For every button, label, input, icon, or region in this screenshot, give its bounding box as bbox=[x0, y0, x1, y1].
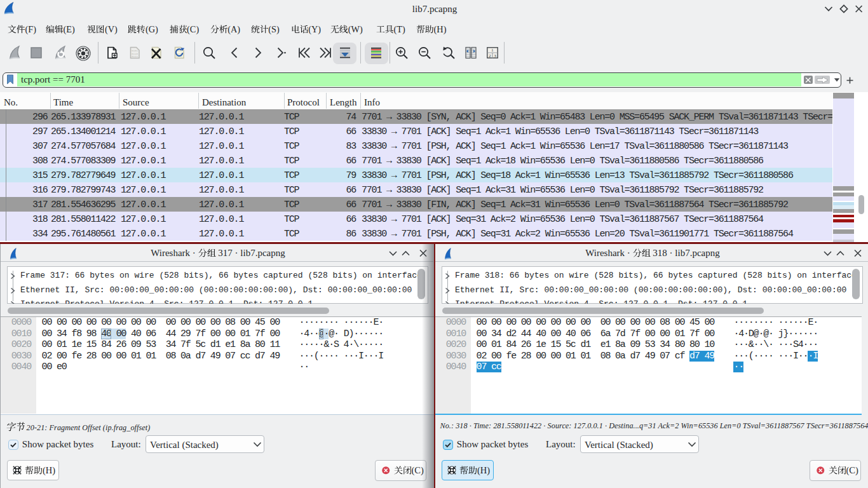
svg-text:0111: 0111 bbox=[132, 55, 139, 58]
svg-text:1: 1 bbox=[491, 48, 493, 52]
svg-text:0101: 0101 bbox=[132, 50, 139, 52]
svg-text:2: 2 bbox=[489, 53, 491, 58]
svg-text:0110: 0110 bbox=[132, 53, 139, 55]
svg-text:3: 3 bbox=[494, 53, 496, 58]
